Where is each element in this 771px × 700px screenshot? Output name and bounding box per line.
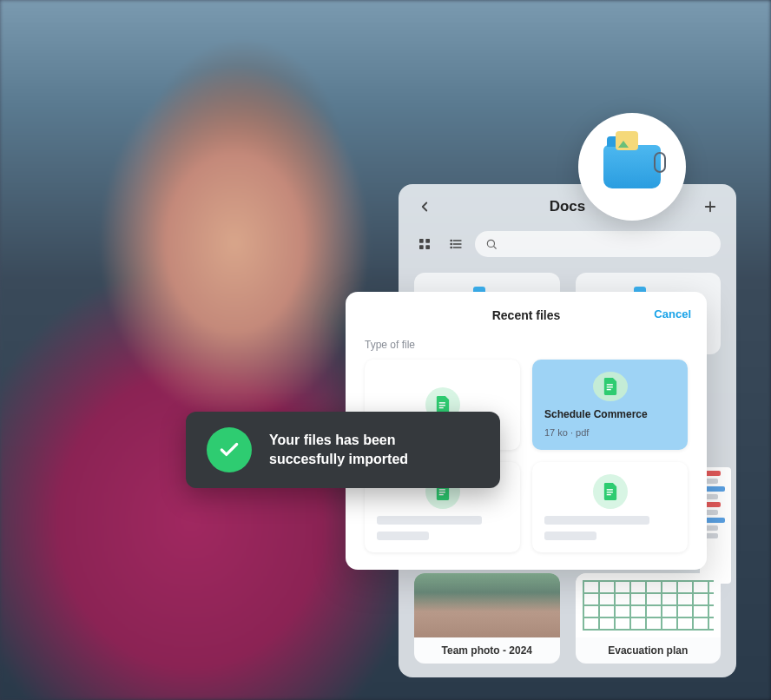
thumb-label: Evacuation plan (576, 637, 722, 664)
modal-title: Recent files (492, 308, 561, 322)
svg-rect-5 (425, 245, 430, 249)
modal-header: Recent files Cancel (346, 292, 707, 339)
svg-rect-18 (606, 386, 612, 387)
list-view-icon[interactable] (445, 234, 466, 254)
back-icon[interactable] (414, 196, 435, 217)
thumb-label: Team photo - 2024 (414, 637, 560, 664)
toast-line1: Your files has been (269, 433, 396, 447)
svg-rect-15 (438, 405, 445, 406)
svg-rect-14 (438, 402, 445, 403)
thumb-evacuation-plan[interactable]: Evacuation plan (576, 573, 722, 664)
file-name: Schedule Commerce (544, 408, 648, 420)
svg-rect-17 (606, 384, 612, 385)
svg-rect-21 (438, 492, 445, 492)
folder-illustration-icon (603, 145, 661, 188)
svg-rect-2 (419, 239, 424, 243)
svg-line-13 (494, 247, 497, 249)
placeholder (377, 532, 429, 540)
search-input[interactable] (475, 231, 721, 257)
thumb-image (576, 573, 722, 637)
toast-text: Your files has been succesfully imported (269, 431, 408, 468)
cancel-button[interactable]: Cancel (654, 307, 691, 320)
thumb-team-photo[interactable]: Team photo - 2024 (414, 573, 560, 664)
placeholder (544, 516, 649, 525)
docs-title: Docs (550, 198, 586, 215)
svg-rect-4 (419, 245, 424, 249)
thumb-image (414, 573, 560, 637)
success-toast: Your files has been succesfully imported (186, 412, 500, 488)
file-card[interactable] (532, 462, 688, 552)
svg-point-11 (451, 247, 451, 248)
svg-rect-23 (606, 489, 612, 490)
toast-line2: succesfully imported (269, 452, 408, 466)
svg-point-10 (451, 243, 451, 244)
document-icon (593, 474, 628, 509)
docs-toolbar (399, 229, 736, 264)
check-icon (207, 427, 252, 472)
placeholder (544, 532, 596, 540)
svg-point-9 (451, 240, 451, 241)
file-meta: 17 ko · pdf (544, 427, 589, 438)
thumbs-row: Team photo - 2024 Evacuation plan (399, 565, 736, 672)
svg-rect-24 (606, 492, 612, 492)
add-icon[interactable] (700, 196, 721, 217)
document-icon (593, 372, 628, 401)
docs-header: Docs (399, 184, 736, 229)
placeholder (377, 516, 482, 525)
svg-rect-20 (438, 489, 445, 490)
type-of-file-label: Type of file (346, 339, 707, 360)
grid-view-icon[interactable] (414, 234, 435, 254)
svg-rect-22 (438, 494, 443, 495)
svg-rect-19 (606, 389, 610, 390)
svg-rect-16 (438, 407, 443, 408)
svg-rect-25 (606, 494, 610, 495)
photo-icon (616, 131, 638, 150)
files-badge (578, 113, 686, 221)
svg-point-12 (487, 240, 494, 247)
file-card-selected[interactable]: Schedule Commerce 17 ko · pdf (532, 360, 688, 450)
paperclip-icon (654, 152, 666, 173)
svg-rect-3 (425, 239, 430, 243)
